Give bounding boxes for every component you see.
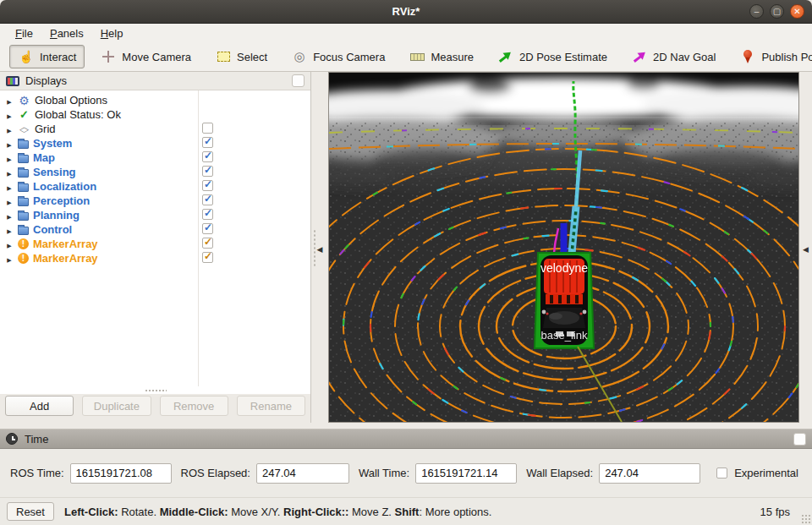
display-enabled-checkbox[interactable] — [202, 209, 213, 220]
duplicate-display-button[interactable]: Duplicate — [82, 396, 151, 416]
display-tree-row[interactable]: Map — [0, 150, 310, 165]
remove-display-button[interactable]: Remove — [160, 396, 228, 416]
expander-icon[interactable] — [5, 252, 14, 265]
display-tree-row[interactable]: Localization — [0, 179, 310, 194]
display-name-label: Localization — [33, 180, 96, 193]
lidar-scene: velodyne base_link — [329, 73, 798, 422]
experimental-checkbox[interactable] — [716, 468, 727, 479]
add-display-button[interactable]: Add — [5, 396, 74, 416]
expander-icon[interactable] — [5, 123, 14, 135]
focus-camera-tool-button[interactable]: Focus Camera — [283, 45, 393, 68]
display-tree-row[interactable]: Global Options — [0, 93, 310, 107]
expander-icon[interactable] — [5, 108, 14, 121]
time-panel-options-button[interactable] — [793, 433, 806, 446]
move-camera-tool-button[interactable]: Move Camera — [91, 45, 200, 68]
display-enabled-checkbox[interactable] — [202, 252, 213, 263]
nav-goal-tool-button[interactable]: 2D Nav Goal — [623, 45, 724, 68]
green-arrow-icon — [496, 46, 516, 67]
display-name-label: MarkerArray — [33, 238, 98, 250]
ros-elapsed-field: ROS Elapsed: — [181, 463, 349, 484]
panel-options-button[interactable] — [292, 74, 304, 87]
wall-time-input[interactable] — [415, 463, 517, 484]
ros-elapsed-input[interactable] — [256, 463, 349, 484]
reset-button[interactable]: Reset — [7, 502, 54, 521]
displays-panel-header[interactable]: Displays — [0, 72, 310, 90]
wall-elapsed-field: Wall Elapsed: — [526, 463, 700, 484]
time-panel-title: Time — [25, 433, 48, 446]
expander-icon[interactable] — [5, 238, 14, 250]
display-tree-row[interactable]: Perception — [0, 194, 310, 208]
display-name-label: Global Status: Ok — [35, 108, 121, 121]
display-tree-row[interactable]: Sensing — [0, 165, 310, 179]
interact-tool-button[interactable]: Interact — [9, 45, 85, 68]
fps-counter: 15 fps — [760, 506, 805, 518]
expander-icon[interactable] — [5, 137, 14, 150]
display-enabled-checkbox[interactable] — [202, 223, 213, 234]
display-enabled-checkbox[interactable] — [202, 137, 213, 148]
display-enabled-checkbox[interactable] — [202, 180, 213, 191]
display-enabled-checkbox[interactable] — [202, 238, 213, 249]
expander-icon[interactable] — [5, 209, 14, 221]
display-name-label: Global Options — [35, 94, 107, 107]
display-enabled-checkbox[interactable] — [202, 166, 213, 177]
velodyne-frame-label: velodyne — [540, 261, 588, 275]
measure-tool-button[interactable]: Measure — [400, 45, 482, 68]
display-type-icon — [18, 183, 29, 192]
display-tree-row[interactable]: MarkerArray — [0, 237, 310, 251]
expander-icon[interactable] — [5, 151, 14, 164]
right-dock-strip — [799, 72, 812, 423]
displays-buttons-row: Add Duplicate Remove Rename — [0, 394, 310, 423]
display-type-icon — [18, 108, 30, 121]
maximize-button[interactable]: ▢ — [770, 4, 784, 19]
3d-viewport[interactable]: velodyne base_link — [328, 72, 799, 423]
panel-splitter-handle[interactable] — [0, 386, 310, 394]
splitter-grip[interactable] — [313, 229, 317, 266]
menu-panels[interactable]: Panels — [41, 25, 92, 41]
display-tree-row[interactable]: Grid — [0, 122, 310, 136]
display-enabled-checkbox[interactable] — [202, 151, 213, 162]
ros-time-label: ROS Time: — [10, 467, 64, 479]
minimize-button[interactable]: – — [749, 4, 764, 19]
select-tool-button[interactable]: Select — [206, 45, 276, 68]
dock-gap — [0, 423, 812, 429]
ros-time-input[interactable] — [70, 463, 172, 484]
displays-panel-title: Displays — [25, 74, 67, 87]
menu-bar: File Panels Help — [0, 24, 812, 42]
close-button[interactable]: ✕ — [790, 4, 804, 19]
expander-icon[interactable] — [5, 194, 14, 207]
display-type-icon — [18, 94, 30, 107]
display-type-icon — [18, 123, 30, 135]
display-tree-row[interactable]: System — [0, 136, 310, 150]
expander-icon[interactable] — [5, 180, 14, 193]
status-bar: Reset Left-Click: Rotate. Middle-Click: … — [0, 497, 812, 525]
ruler-icon — [410, 53, 425, 61]
publish-point-tool-button[interactable]: Publish Point — [731, 45, 812, 68]
collapse-right-icon[interactable] — [803, 240, 809, 255]
expander-icon[interactable] — [5, 94, 14, 107]
resize-grip[interactable] — [801, 514, 810, 523]
wall-time-field: Wall Time: — [359, 463, 517, 484]
panel-view-splitter[interactable] — [311, 72, 328, 423]
display-type-icon — [18, 155, 29, 163]
display-enabled-checkbox[interactable] — [202, 194, 213, 205]
display-tree-row[interactable]: Planning — [0, 208, 310, 222]
title-bar[interactable]: RViz* – ▢ ✕ — [0, 0, 812, 24]
move-arrows-icon — [102, 51, 114, 63]
displays-icon — [6, 76, 19, 86]
rename-display-button[interactable]: Rename — [237, 396, 305, 416]
display-type-icon — [18, 253, 29, 264]
time-panel-header[interactable]: Time — [0, 429, 812, 449]
wall-elapsed-label: Wall Elapsed: — [526, 467, 593, 479]
pose-estimate-tool-button[interactable]: 2D Pose Estimate — [489, 45, 616, 68]
display-tree-row[interactable]: Control — [0, 222, 310, 237]
menu-file[interactable]: File — [7, 25, 41, 41]
menu-help[interactable]: Help — [92, 25, 132, 41]
wall-elapsed-input[interactable] — [599, 463, 700, 484]
window-title: RViz* — [0, 5, 812, 18]
expander-icon[interactable] — [5, 166, 14, 178]
expander-icon[interactable] — [5, 223, 14, 236]
display-tree-row[interactable]: Global Status: Ok — [0, 107, 310, 122]
display-tree-row[interactable]: MarkerArray — [0, 251, 310, 265]
display-enabled-checkbox[interactable] — [202, 123, 213, 134]
collapse-left-icon[interactable] — [317, 240, 323, 255]
